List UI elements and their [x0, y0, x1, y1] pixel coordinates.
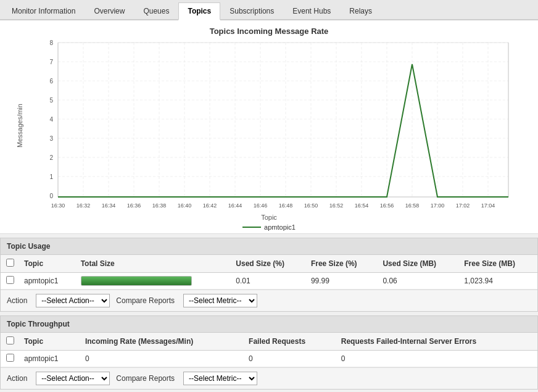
col-free-size-mb: Free Size (MB) [459, 255, 537, 273]
svg-text:4: 4 [49, 116, 53, 123]
svg-text:16:52: 16:52 [329, 202, 344, 209]
compare-select-throughput[interactable]: --Select Metric-- [183, 372, 257, 385]
chart-svg: 8 7 6 5 4 3 2 1 0 16:30 16:32 16:34 16:3… [26, 40, 522, 212]
svg-text:16:34: 16:34 [102, 202, 116, 209]
topic-throughput-name: apmtopic1 [19, 351, 80, 367]
topic-usage-used-pct: 0.01 [231, 273, 306, 290]
select-all-throughput-checkbox[interactable] [6, 336, 14, 344]
svg-text:6: 6 [49, 78, 53, 85]
svg-rect-0 [58, 43, 508, 197]
chart-legend: apmtopic1 [242, 223, 296, 231]
topic-throughput-section: Topic Throughput Topic Incoming Rate (Me… [0, 315, 538, 390]
tab-monitor-information[interactable]: Monitor Information [2, 2, 85, 19]
svg-text:8: 8 [49, 40, 53, 46]
svg-text:16:46: 16:46 [254, 202, 268, 209]
svg-text:2: 2 [49, 154, 53, 161]
action-select-throughput[interactable]: --Select Action-- [36, 372, 110, 385]
col-errors: Requests Failed-Internal Server Errors [336, 333, 537, 351]
topic-usage-total-size [76, 273, 231, 290]
tab-subscriptions[interactable]: Subscriptions [220, 2, 283, 19]
chart-wrap: Messages/min [6, 40, 532, 231]
compare-select-usage[interactable]: --Select Metric-- [183, 294, 257, 307]
col-topic-throughput: Topic [19, 333, 80, 351]
tab-event-hubs[interactable]: Event Hubs [283, 2, 340, 19]
svg-text:16:32: 16:32 [77, 202, 91, 209]
col-used-size-pct: Used Size (%) [231, 255, 306, 273]
svg-text:16:44: 16:44 [228, 202, 242, 209]
col-checkbox-throughput [1, 333, 19, 351]
topic-usage-free-mb: 1,023.94 [459, 273, 537, 290]
tab-overview[interactable]: Overview [85, 2, 134, 19]
svg-text:1: 1 [49, 173, 53, 180]
tab-relays[interactable]: Relays [340, 2, 381, 19]
topic-failed-requests: 0 [244, 351, 336, 367]
nav-tabs: Monitor Information Overview Queues Topi… [0, 0, 538, 20]
topic-usage-header: Topic Usage [1, 238, 537, 255]
svg-text:17:04: 17:04 [481, 202, 495, 209]
col-total-size: Total Size [76, 255, 231, 273]
col-checkbox-usage [1, 255, 19, 273]
col-incoming-rate: Incoming Rate (Messages/Min) [80, 333, 244, 351]
x-axis-label: Topic [261, 214, 277, 221]
legend-label: apmtopic1 [264, 223, 296, 231]
action-label-throughput: Action [7, 374, 27, 383]
chart-inner: Messages/min [16, 40, 522, 212]
svg-text:16:36: 16:36 [127, 202, 141, 209]
svg-text:16:56: 16:56 [380, 202, 394, 209]
svg-text:16:54: 16:54 [355, 202, 369, 209]
y-axis-label: Messages/min [16, 40, 23, 212]
row-select-throughput-checkbox[interactable] [6, 354, 14, 362]
topic-incoming-rate: 0 [80, 351, 244, 367]
chart-body: 8 7 6 5 4 3 2 1 0 16:30 16:32 16:34 16:3… [26, 40, 522, 212]
table-row: apmtopic1 0 0 0 [1, 351, 537, 367]
topic-errors: 0 [336, 351, 537, 367]
svg-text:16:50: 16:50 [304, 202, 318, 209]
svg-text:16:58: 16:58 [405, 202, 420, 209]
select-all-usage-checkbox[interactable] [6, 259, 14, 267]
chart-title: Topics Incoming Message Rate [6, 27, 532, 36]
svg-text:0: 0 [49, 193, 53, 199]
col-free-size-pct: Free Size (%) [306, 255, 378, 273]
compare-label-throughput: Compare Reports [116, 374, 175, 383]
row-select-usage-checkbox[interactable] [6, 276, 14, 284]
action-label-usage: Action [7, 296, 27, 305]
svg-text:16:30: 16:30 [51, 202, 65, 209]
legend-line-icon [242, 227, 261, 228]
col-topic-usage: Topic [19, 255, 76, 273]
svg-text:7: 7 [49, 59, 53, 65]
svg-text:16:48: 16:48 [279, 202, 293, 209]
action-select-usage[interactable]: --Select Action-- [36, 294, 110, 307]
topic-usage-section: Topic Usage Topic Total Size Used Size (… [0, 238, 538, 312]
tab-topics[interactable]: Topics [178, 2, 220, 20]
tab-queues[interactable]: Queues [134, 2, 178, 19]
topic-throughput-table: Topic Incoming Rate (Messages/Min) Faile… [1, 333, 537, 367]
topic-usage-name: apmtopic1 [19, 273, 76, 290]
row-checkbox-throughput [1, 351, 19, 367]
col-failed-requests: Failed Requests [244, 333, 336, 351]
svg-text:3: 3 [49, 135, 53, 142]
compare-label-usage: Compare Reports [116, 296, 175, 305]
col-used-size-mb: Used Size (MB) [378, 255, 459, 273]
svg-text:16:40: 16:40 [178, 202, 192, 209]
chart-container: Topics Incoming Message Rate Messages/mi… [0, 20, 538, 234]
svg-text:5: 5 [49, 97, 53, 104]
table-row: apmtopic1 0.01 99.99 0.06 1,023.94 [1, 273, 537, 290]
svg-text:16:42: 16:42 [203, 202, 217, 209]
progress-bar [81, 276, 192, 286]
topic-throughput-header: Topic Throughput [1, 316, 537, 333]
svg-text:17:00: 17:00 [431, 202, 445, 209]
topic-throughput-action-bar: Action --Select Action-- Compare Reports… [1, 367, 537, 389]
topic-usage-action-bar: Action --Select Action-- Compare Reports… [1, 290, 537, 311]
topic-usage-table: Topic Total Size Used Size (%) Free Size… [1, 255, 537, 290]
progress-bar-fill [81, 277, 191, 285]
topic-usage-used-mb: 0.06 [378, 273, 459, 290]
topic-usage-free-pct: 99.99 [306, 273, 378, 290]
row-checkbox-usage [1, 273, 19, 290]
svg-text:16:38: 16:38 [152, 202, 167, 209]
svg-text:17:02: 17:02 [456, 202, 470, 209]
